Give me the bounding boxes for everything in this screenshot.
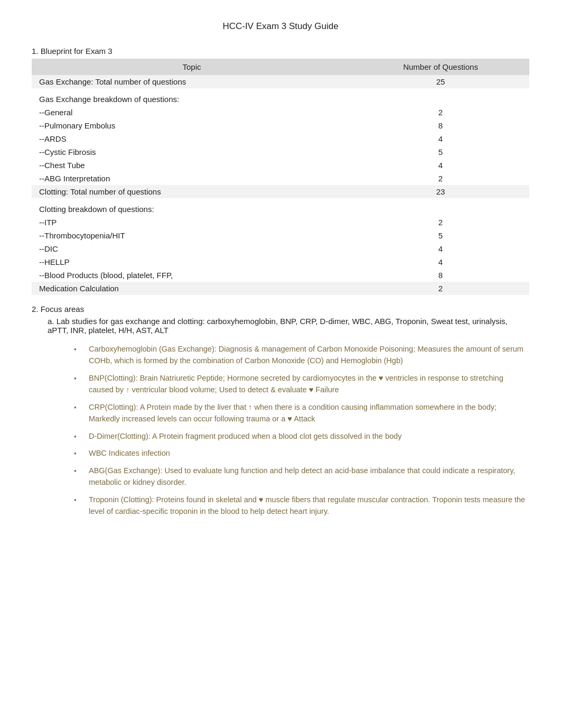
- section2-suba: a. Lab studies for gas exchange and clot…: [48, 317, 529, 335]
- table-row-num: 5: [352, 229, 529, 242]
- bullet-text-carboxyhemoglobin: Carboxyhemoglobin (Gas Exchange): Diagno…: [89, 343, 529, 367]
- bullet-text-bnp: BNP(Clotting): Brain Natriuretic Peptide…: [89, 372, 529, 396]
- blueprint-table: Topic Number of Questions Gas Exchange: …: [32, 59, 529, 295]
- table-row-num: 5: [352, 145, 529, 159]
- table-row-topic: Clotting: Total number of questions: [32, 185, 352, 198]
- table-row-num: 4: [352, 132, 529, 145]
- table-row-num: 2: [352, 106, 529, 119]
- bullet-text-d-dimer: D-Dimer(Clotting): A Protein fragment pr…: [89, 430, 529, 442]
- table-row-num: 8: [352, 269, 529, 282]
- bullet-icon: ▪: [74, 466, 85, 476]
- col-questions: Number of Questions: [352, 59, 529, 75]
- bullet-item-wbc: ▪WBC Indicates infection: [74, 447, 529, 459]
- table-row-topic: --HELLP: [32, 255, 352, 269]
- bullet-icon: ▪: [74, 402, 85, 413]
- table-row-topic: --DIC: [32, 242, 352, 255]
- bullet-text-crp: CRP(Clotting): A Protein made by the liv…: [89, 401, 529, 425]
- table-row-topic: --General: [32, 106, 352, 119]
- bullet-item-abg: ▪ABG(Gas Exchange): Used to evaluate lun…: [74, 465, 529, 489]
- table-row-num: [352, 202, 529, 216]
- bullet-item-bnp: ▪BNP(Clotting): Brain Natriuretic Peptid…: [74, 372, 529, 396]
- table-row-topic: --ARDS: [32, 132, 352, 145]
- table-row-num: 8: [352, 119, 529, 132]
- bullet-item-troponin: ▪Troponin (Clotting): Proteins found in …: [74, 494, 529, 518]
- section1-label: 1. Blueprint for Exam 3: [32, 47, 529, 56]
- bullet-item-crp: ▪CRP(Clotting): A Protein made by the li…: [74, 401, 529, 425]
- table-row-topic: Medication Calculation: [32, 282, 352, 295]
- table-row-num: 2: [352, 172, 529, 185]
- table-row-topic: --Cystic Fibrosis: [32, 145, 352, 159]
- table-row-topic: --Blood Products (blood, platelet, FFP,: [32, 269, 352, 282]
- bullet-text-troponin: Troponin (Clotting): Proteins found in s…: [89, 494, 529, 518]
- bullet-text-abg: ABG(Gas Exchange): Used to evaluate lung…: [89, 465, 529, 489]
- bullet-list: ▪Carboxyhemoglobin (Gas Exchange): Diagn…: [74, 343, 529, 518]
- bullet-icon: ▪: [74, 495, 85, 505]
- table-row-num: 2: [352, 216, 529, 229]
- table-row-num: 4: [352, 159, 529, 172]
- bullet-icon: ▪: [74, 344, 85, 355]
- table-row-topic: --Chest Tube: [32, 159, 352, 172]
- table-row-num: 25: [352, 75, 529, 88]
- bullet-item-d-dimer: ▪D-Dimer(Clotting): A Protein fragment p…: [74, 430, 529, 442]
- table-row-num: 4: [352, 242, 529, 255]
- col-topic: Topic: [32, 59, 352, 75]
- bullet-text-wbc: WBC Indicates infection: [89, 447, 529, 459]
- bullet-icon: ▪: [74, 448, 85, 459]
- section2: 2. Focus areas a. Lab studies for gas ex…: [32, 305, 529, 518]
- page-title: HCC-IV Exam 3 Study Guide: [32, 21, 529, 32]
- table-row-num: 4: [352, 255, 529, 269]
- table-row-topic: [32, 88, 352, 93]
- table-row-topic: Gas Exchange: Total number of questions: [32, 75, 352, 88]
- table-row-topic: Gas Exchange breakdown of questions:: [32, 93, 352, 106]
- table-row-topic: --ITP: [32, 216, 352, 229]
- table-row-topic: --Pulmonary Embolus: [32, 119, 352, 132]
- table-row-topic: --ABG Interpretation: [32, 172, 352, 185]
- table-row-num: 23: [352, 185, 529, 198]
- table-row-num: [352, 198, 529, 202]
- table-row-num: [352, 88, 529, 93]
- table-row-num: [352, 93, 529, 106]
- table-row-num: 2: [352, 282, 529, 295]
- bullet-icon: ▪: [74, 373, 85, 384]
- table-row-topic: Clotting breakdown of questions:: [32, 202, 352, 216]
- bullet-icon: ▪: [74, 431, 85, 442]
- section2-label: 2. Focus areas: [32, 305, 529, 314]
- table-row-topic: [32, 198, 352, 202]
- bullet-item-carboxyhemoglobin: ▪Carboxyhemoglobin (Gas Exchange): Diagn…: [74, 343, 529, 367]
- table-row-topic: --Thrombocytopenia/HIT: [32, 229, 352, 242]
